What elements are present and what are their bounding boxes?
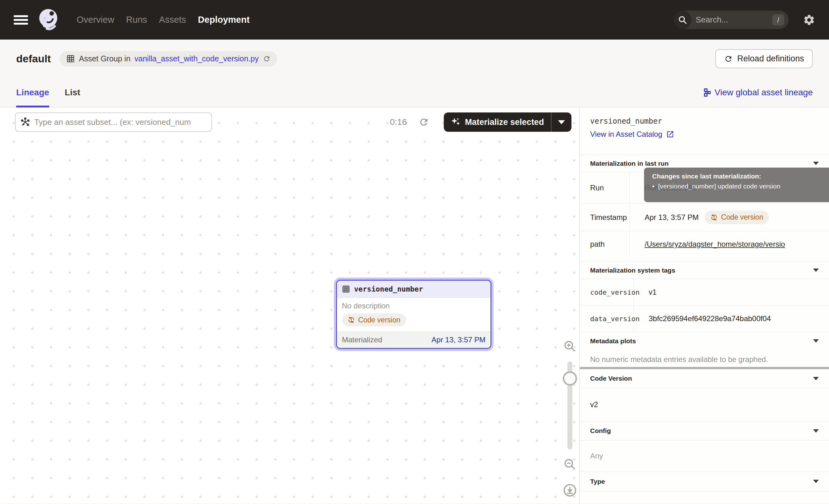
code-version-value: v1 — [634, 279, 829, 305]
view-global-lineage-label: View global asset lineage — [715, 87, 813, 98]
lineage-canvas[interactable]: 0:16 Materialize selected — [0, 107, 579, 503]
reload-icon[interactable] — [263, 55, 271, 63]
row-label: path — [580, 231, 630, 257]
gear-icon[interactable] — [803, 14, 815, 26]
nav-item-runs[interactable]: Runs — [126, 15, 147, 25]
section-header-label: Materialization system tags — [590, 267, 675, 274]
tab-row: Lineage List View global asset lineage — [0, 78, 829, 107]
row-label: data_version — [580, 305, 634, 332]
section-header-label: Code Version — [590, 375, 632, 382]
section-header-label: Type — [590, 478, 605, 485]
table-row-code-version: code_version v1 — [580, 279, 829, 305]
tab-lineage[interactable]: Lineage — [16, 78, 49, 107]
refresh-icon[interactable] — [419, 117, 429, 128]
asset-status-label: Materialized — [342, 335, 382, 344]
config-section-value: Any — [580, 440, 829, 471]
row-label: Timestamp — [580, 204, 630, 231]
view-global-lineage-link[interactable]: View global asset lineage — [702, 87, 813, 98]
search-icon — [674, 10, 691, 29]
zoom-slider-handle[interactable] — [563, 371, 577, 386]
section-header-system-tags[interactable]: Materialization system tags — [580, 261, 829, 279]
code-version-icon — [710, 214, 718, 221]
page-title: default — [16, 52, 51, 65]
code-version-badge: Code version — [342, 313, 406, 326]
sparkle-icon — [450, 117, 461, 127]
materialize-selected-label: Materialize selected — [465, 117, 544, 127]
section-header-code-version[interactable]: Code Version — [580, 369, 829, 388]
asset-subset-input[interactable] — [34, 117, 207, 127]
section-header-label: Metadata plots — [590, 337, 636, 345]
path-link[interactable]: /Users/sryza/dagster_home/storage/versio — [645, 240, 785, 249]
tab-list[interactable]: List — [65, 78, 80, 107]
catalog-link-label: View in Asset Catalog — [590, 130, 662, 139]
chevron-down-icon — [813, 339, 819, 343]
page-header: default Asset Group in vanilla_asset_wit… — [0, 40, 829, 78]
chevron-down-icon — [813, 268, 819, 272]
nav-item-assets[interactable]: Assets — [159, 15, 186, 25]
code-version-icon — [348, 316, 355, 324]
table-row-data-version: data_version 3bfc269594ef649228e9a74bab0… — [580, 305, 829, 332]
lineage-graph-icon — [702, 88, 711, 97]
reload-definitions-button[interactable]: Reload definitions — [715, 49, 813, 68]
row-label: Run — [580, 172, 630, 203]
nav-item-deployment[interactable]: Deployment — [198, 15, 250, 25]
grid-icon — [66, 55, 75, 63]
breadcrumb-prefix: Asset Group in — [79, 54, 130, 63]
dagster-logo[interactable] — [37, 8, 61, 32]
breadcrumb-file-link[interactable]: vanilla_asset_with_code_version.py — [135, 54, 259, 63]
search-shortcut-badge: / — [772, 14, 784, 26]
chevron-down-icon — [813, 480, 819, 483]
zoom-out-icon[interactable] — [563, 458, 577, 471]
section-divider-bar[interactable] — [580, 367, 829, 369]
chevron-down-icon — [813, 429, 819, 433]
asset-node-description: No description — [342, 301, 485, 310]
section-header-label: Config — [590, 427, 611, 435]
materialize-selected-button[interactable]: Materialize selected — [444, 112, 572, 132]
zoom-in-icon[interactable] — [563, 339, 577, 353]
materialize-dropdown-button[interactable] — [551, 112, 572, 132]
refresh-timer: 0:16 — [390, 112, 407, 132]
row-label: code_version — [580, 279, 634, 305]
top-nav: Overview Runs Assets Deployment / — [0, 0, 829, 40]
section-header-type[interactable]: Type — [580, 471, 829, 492]
breadcrumb: Asset Group in vanilla_asset_with_code_v… — [60, 51, 277, 67]
search-box[interactable]: / — [674, 10, 789, 29]
asset-status-time[interactable]: Apr 13, 3:57 PM — [432, 335, 485, 344]
section-header-config[interactable]: Config — [580, 421, 829, 440]
changes-tooltip: Changes since last materialization: • [v… — [644, 168, 829, 202]
sidebar-asset-title: versioned_number — [590, 117, 819, 125]
tooltip-title: Changes since last materialization: — [652, 173, 825, 180]
external-link-icon — [666, 130, 674, 138]
data-version-value: 3bfc269594ef649228e9a74bab00f04 — [634, 305, 829, 332]
download-icon[interactable] — [563, 483, 577, 498]
hamburger-menu-icon[interactable] — [14, 15, 28, 25]
code-version-section-value: v2 — [580, 388, 829, 421]
asset-detail-sidebar: versioned_number View in Asset Catalog M… — [579, 107, 829, 503]
code-version-badge-label: Code version — [358, 316, 400, 324]
section-header-label: Materialization in last run — [590, 160, 669, 167]
chevron-down-icon — [813, 162, 819, 165]
zoom-controls — [561, 339, 579, 498]
grid-icon — [342, 285, 350, 293]
view-in-asset-catalog-link[interactable]: View in Asset Catalog — [590, 130, 819, 139]
asset-node-versioned-number[interactable]: versioned_number No description Code ver… — [336, 280, 492, 349]
primary-nav: Overview Runs Assets Deployment — [77, 15, 250, 25]
section-header-metadata-plots[interactable]: Metadata plots — [580, 332, 829, 350]
timestamp-value: Apr 13, 3:57 PM — [645, 213, 698, 222]
table-row-path: path /Users/sryza/dagster_home/storage/v… — [580, 231, 829, 257]
asset-subset-filter — [15, 112, 212, 132]
chevron-down-icon — [558, 120, 565, 124]
code-version-badge-label: Code version — [721, 213, 763, 221]
nav-item-overview[interactable]: Overview — [77, 15, 114, 25]
search-input[interactable] — [691, 15, 772, 25]
asset-node-title: versioned_number — [354, 285, 423, 293]
chevron-down-icon — [813, 377, 819, 380]
reload-definitions-label: Reload definitions — [737, 54, 804, 64]
asset-filter-icon — [21, 117, 30, 127]
code-version-badge: Code version — [705, 211, 769, 224]
table-row-timestamp: Timestamp Apr 13, 3:57 PM Code version — [580, 203, 829, 231]
tooltip-bullet: • — [652, 183, 654, 190]
zoom-slider[interactable] — [567, 361, 572, 449]
tooltip-item: [versioned_number] updated code version — [658, 183, 780, 190]
metadata-plots-empty-text: No numeric metadata entries available to… — [580, 350, 829, 367]
